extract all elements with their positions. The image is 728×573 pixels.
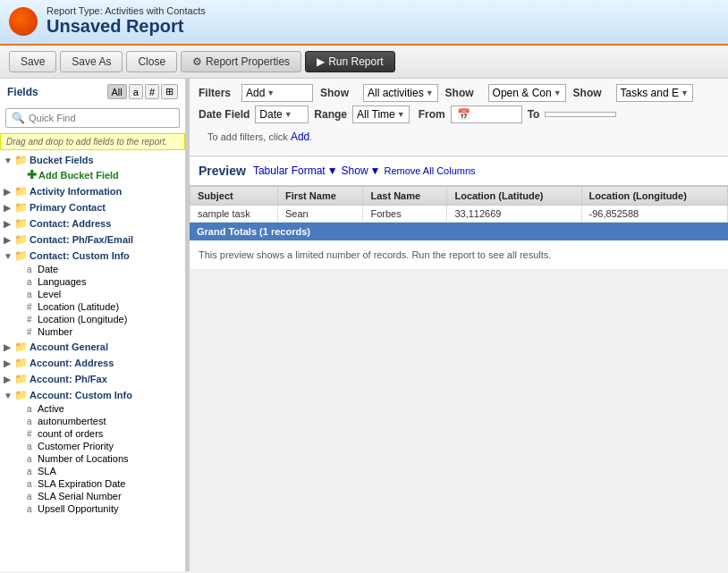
filter-hash-button[interactable]: # bbox=[145, 84, 159, 99]
group-label: Account General bbox=[30, 341, 108, 352]
tree-leaf-row[interactable]: a autonumbertest bbox=[25, 415, 185, 427]
dropdown-arrow: ▼ bbox=[554, 88, 562, 97]
add-bucket-field-row[interactable]: ✚ Add Bucket Field bbox=[25, 167, 185, 182]
leaf-label: Date bbox=[38, 264, 58, 274]
add-filter-dropdown[interactable]: Add ▼ bbox=[241, 84, 313, 102]
preview-note: This preview shows a limited number of r… bbox=[190, 240, 728, 269]
tree-leaf-row[interactable]: # Location (Latitude) bbox=[25, 300, 185, 313]
tree-leaf-row[interactable]: a SLA bbox=[25, 465, 185, 477]
cell-subject: sample task bbox=[190, 206, 278, 223]
leaf-type-icon: a bbox=[27, 467, 36, 476]
leaf-type-icon: a bbox=[27, 454, 36, 464]
tree-group-bucket-fields: ▼ 📁 Bucket Fields ✚ Add Bucket Field bbox=[0, 152, 185, 183]
filter-all-button[interactable]: All bbox=[107, 84, 127, 99]
tree-group-activity-info: ▶ 📁 Activity Information bbox=[0, 183, 185, 199]
leaf-label: Location (Latitude) bbox=[38, 301, 119, 312]
tree-group-row-primary-contact[interactable]: ▶ 📁 Primary Contact bbox=[0, 200, 185, 215]
range-value: All Time bbox=[357, 108, 395, 121]
leaf-type-icon: a bbox=[27, 442, 36, 451]
filter-grid-button[interactable]: ⊞ bbox=[161, 84, 178, 99]
preview-table: Subject First Name Last Name Location (L… bbox=[190, 186, 728, 223]
tree-leaf-row[interactable]: # count of orders bbox=[25, 427, 185, 440]
tabular-format-dropdown[interactable]: Tabular Format ▼ bbox=[253, 164, 338, 177]
show-dropdown[interactable]: Show ▼ bbox=[342, 164, 381, 177]
filters-area: Filters Add ▼ Show All activities ▼ Show… bbox=[190, 79, 728, 156]
tree-leaf-row[interactable]: a Date bbox=[25, 263, 185, 275]
tree-group-row-account-general[interactable]: ▶ 📁 Account General bbox=[0, 340, 185, 354]
quick-find-container: 🔍 bbox=[5, 108, 180, 128]
tree-group-account-custom: ▼ 📁 Account: Custom Info a Active a auto… bbox=[0, 387, 185, 516]
show-activities-dropdown[interactable]: All activities ▼ bbox=[363, 84, 438, 102]
tree-leaf-row[interactable]: # Number bbox=[25, 325, 185, 338]
tree-leaf-row[interactable]: a Active bbox=[25, 402, 185, 415]
folder-icon: 📁 bbox=[14, 249, 28, 262]
tree-leaf-row[interactable]: a Languages bbox=[25, 275, 185, 288]
leaf-sla: a SLA bbox=[0, 465, 185, 477]
grand-totals: Grand Totals (1 records) bbox=[190, 223, 728, 240]
date-field-dropdown[interactable]: Date ▼ bbox=[255, 105, 309, 123]
tree-group-row-account-phone[interactable]: ▶ 📁 Account: Ph/Fax bbox=[0, 372, 185, 386]
tree-group-row-account-address[interactable]: ▶ 📁 Account: Address bbox=[0, 356, 185, 370]
leaf-autonumbertest: a autonumbertest bbox=[0, 415, 185, 427]
group-label: Account: Ph/Fax bbox=[30, 374, 107, 384]
filters-row-1: Filters Add ▼ Show All activities ▼ Show… bbox=[199, 84, 719, 102]
fields-title: Fields bbox=[7, 86, 38, 98]
col-location-lat: Location (Latitude) bbox=[447, 187, 581, 206]
tree-group-contact-custom: ▼ 📁 Contact: Custom Info a Date a Langua… bbox=[0, 248, 185, 339]
leaf-sla-expiration-date: a SLA Expiration Date bbox=[0, 477, 185, 490]
tree-group-row-account-custom[interactable]: ▼ 📁 Account: Custom Info bbox=[0, 388, 185, 402]
filter-alpha-button[interactable]: a bbox=[129, 84, 143, 99]
show2-label: Show bbox=[445, 87, 481, 99]
tree-group-row-contact-address[interactable]: ▶ 📁 Contact: Address bbox=[0, 216, 185, 231]
show-tasks-dropdown[interactable]: Tasks and E ▼ bbox=[616, 84, 693, 102]
preview-controls: Tabular Format ▼ Show ▼ Remove All Colum… bbox=[253, 164, 476, 177]
leaf-number-of-locations: a Number of Locations bbox=[0, 452, 185, 465]
group-label: Contact: Custom Info bbox=[30, 250, 130, 261]
gear-icon: ⚙ bbox=[192, 55, 202, 68]
run-report-button[interactable]: ▶ Run Report bbox=[305, 51, 394, 72]
tree-leaf-row[interactable]: a SLA Serial Number bbox=[25, 490, 185, 502]
col-last-name: Last Name bbox=[363, 187, 447, 206]
col-first-name: First Name bbox=[277, 187, 363, 206]
dropdown-arrow: ▼ bbox=[284, 110, 292, 119]
save-as-button[interactable]: Save As bbox=[60, 51, 123, 72]
tree-group-row-contact-phone[interactable]: ▶ 📁 Contact: Ph/Fax/Email bbox=[0, 232, 185, 247]
leaf-label: SLA bbox=[38, 466, 56, 476]
header: Report Type: Activities with Contacts Un… bbox=[0, 0, 728, 46]
report-properties-button[interactable]: ⚙ Report Properties bbox=[181, 51, 301, 72]
leaf-count-of-orders: # count of orders bbox=[0, 427, 185, 440]
tree-leaf-row[interactable]: a Number of Locations bbox=[25, 452, 185, 465]
group-label: Contact: Ph/Fax/Email bbox=[30, 234, 133, 245]
leaf-languages: a Languages bbox=[0, 275, 185, 288]
expander-icon: ▼ bbox=[4, 251, 13, 261]
leaf-type-icon: a bbox=[27, 290, 36, 299]
leaf-label: SLA Serial Number bbox=[38, 491, 122, 501]
to-date-input[interactable] bbox=[545, 112, 616, 117]
from-date-input[interactable]: 📅 bbox=[451, 105, 522, 123]
tree-leaf-row[interactable]: a Customer Priority bbox=[25, 440, 185, 452]
fields-tree: ▼ 📁 Bucket Fields ✚ Add Bucket Field ▶ 📁… bbox=[0, 152, 185, 571]
report-type-label: Report Type: Activities with Contacts bbox=[47, 5, 206, 16]
col-location-lon: Location (Longitude) bbox=[581, 187, 728, 206]
tree-group-row-activity-info[interactable]: ▶ 📁 Activity Information bbox=[0, 184, 185, 198]
dropdown-arrow: ▼ bbox=[370, 164, 381, 177]
tree-leaf-row[interactable]: a Level bbox=[25, 288, 185, 300]
add-filter-link[interactable]: Add bbox=[291, 131, 309, 143]
tree-group-row-contact-custom[interactable]: ▼ 📁 Contact: Custom Info bbox=[0, 249, 185, 263]
tree-leaf-row[interactable]: # Location (Longitude) bbox=[25, 313, 185, 325]
cell-first-name: Sean bbox=[277, 206, 363, 223]
toolbar: Save Save As Close ⚙ Report Properties ▶… bbox=[0, 46, 728, 79]
tree-leaf-row[interactable]: a SLA Expiration Date bbox=[25, 477, 185, 490]
leaf-type-icon: a bbox=[27, 492, 36, 501]
tree-leaf-row[interactable]: a Upsell Opportunity bbox=[25, 502, 185, 515]
leaf-label: SLA Expiration Date bbox=[38, 478, 125, 489]
quick-find-input[interactable] bbox=[29, 113, 174, 123]
leaf-type-icon: a bbox=[27, 479, 36, 489]
save-button[interactable]: Save bbox=[9, 51, 56, 72]
show-open-dropdown[interactable]: Open & Con ▼ bbox=[488, 84, 566, 102]
table-header-row: Subject First Name Last Name Location (L… bbox=[190, 187, 728, 206]
range-dropdown[interactable]: All Time ▼ bbox=[352, 105, 410, 123]
close-button[interactable]: Close bbox=[126, 51, 177, 72]
tree-group-row-bucket-fields[interactable]: ▼ 📁 Bucket Fields bbox=[0, 153, 185, 167]
remove-all-columns-link[interactable]: Remove All Columns bbox=[384, 165, 475, 176]
